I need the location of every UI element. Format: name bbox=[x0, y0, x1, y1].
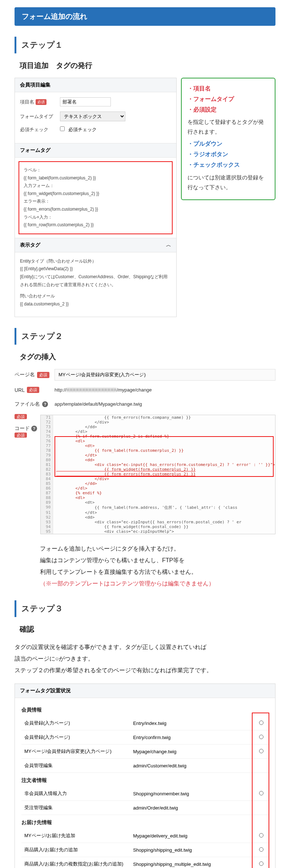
code-line: {{ form_errors(form.customerplus_2) }} bbox=[24, 206, 168, 214]
step3-subtitle: 確認 bbox=[20, 624, 275, 634]
code-line: {{ form_widget(form.customerplus_2) }} bbox=[24, 190, 168, 198]
instruction-item: ・フォームタイプ bbox=[188, 94, 269, 105]
page-name-cell: 商品購入/お届け先の追加 bbox=[21, 843, 130, 857]
path-cell: Mypage/delivery_edit.twig bbox=[130, 829, 254, 843]
code-line: 93 <div class="ec-zipInput{{ has_errors(… bbox=[41, 520, 275, 524]
help-icon[interactable]: ? bbox=[42, 401, 48, 407]
required-checkbox-label: 必須チェック bbox=[68, 127, 97, 132]
item-name-input[interactable] bbox=[60, 97, 111, 106]
code-line: エラー表示： bbox=[24, 198, 168, 206]
file-name-value: app/template/default/Mypage/change.twig bbox=[55, 399, 275, 409]
code-line: 86 </dl> bbox=[41, 486, 275, 491]
table-row: 会員管理編集admin/Customer/edit.twig bbox=[21, 759, 269, 773]
code-line: 入力フォーム： bbox=[24, 182, 168, 190]
path-cell: Mypage/change.twig bbox=[130, 745, 254, 759]
required-badge: 必須 bbox=[27, 387, 39, 393]
code-line: {{ form_row(form.customerplus_2) }} bbox=[24, 221, 168, 229]
page-name-cell: 会員管理編集 bbox=[21, 759, 130, 773]
note-line: 編集はコンテンツ管理からでも構いませんし、FTP等を bbox=[40, 555, 275, 566]
page-name-input[interactable]: MYページ/会員登録内容変更(入力ページ) bbox=[55, 369, 275, 381]
group-title: 注文者情報 bbox=[21, 773, 269, 787]
instruction-note: を指定して登録するとタグが発行されます。 bbox=[188, 117, 269, 137]
path-cell: Entry/confirm.twig bbox=[130, 730, 254, 745]
required-badge: 必須 bbox=[15, 414, 27, 419]
path-cell: Shopping/nonmember.twig bbox=[130, 787, 254, 801]
circle-icon bbox=[259, 749, 263, 753]
table-row: 商品購入/お届け先の追加Shopping/shipping_edit.twig bbox=[21, 843, 269, 857]
status-cell bbox=[254, 857, 269, 868]
table-row: MYページ/お届け先追加Mypage/delivery_edit.twig bbox=[21, 829, 269, 843]
desc-line: ステップ２の作業が希望される全てのページで有効になれば作業完了です。 bbox=[15, 665, 275, 676]
label-url: URL 必須 bbox=[15, 387, 55, 393]
path-cell: Shopping/shipping_multiple_edit.twig bbox=[130, 857, 254, 868]
circle-icon bbox=[259, 721, 263, 725]
required-checkbox[interactable] bbox=[60, 126, 65, 131]
url-value: http://XXXXXXXXXXXXXXXX/mypage/change bbox=[55, 385, 275, 395]
path-cell: admin/Customer/edit.twig bbox=[130, 759, 254, 773]
code-editor[interactable]: 71 {{ form_errors(form.company_name) }}7… bbox=[40, 415, 275, 534]
instruction-box: ・項目名・フォームタイプ・必須設定を指定して登録するとタグが発行されます。・プル… bbox=[181, 78, 275, 200]
note-line: （※一部のテンプレートはコンテンツ管理からは編集できません） bbox=[40, 578, 275, 589]
panel-header: 会員項目編集 bbox=[15, 78, 176, 92]
code-line: 82 {{ form_widget(form.customerplus_2) }… bbox=[41, 467, 275, 472]
instruction-item: ・必須設定 bbox=[188, 105, 269, 115]
form-type-select[interactable]: テキストボックス bbox=[60, 111, 125, 121]
path-cell: Shopping/shipping_edit.twig bbox=[130, 843, 254, 857]
status-cell bbox=[254, 759, 269, 773]
instruction-item: ・ラジオボタン bbox=[188, 149, 269, 160]
table-row: 会員登録(入力ページ)Entry/confirm.twig bbox=[21, 730, 269, 745]
help-icon[interactable]: ? bbox=[31, 426, 37, 431]
code-line: 76 <dl> bbox=[41, 439, 275, 443]
desc-line: タグの設置状況を確認する事ができます。タグが正しく設置されていれば bbox=[15, 641, 275, 653]
code-line: 90 {{ form_label(form.address, '住所', { '… bbox=[41, 505, 275, 510]
label-code: 必須 コード ? 必須 bbox=[15, 413, 40, 438]
table-row: 会員登録(入力ページ)Entry/index.twig bbox=[21, 716, 269, 730]
code-line: 92 <dd> bbox=[41, 515, 275, 520]
label-form-type: フォームタイプ bbox=[20, 113, 60, 120]
status-cell bbox=[254, 801, 269, 815]
desc-line: 該当のページに○がつきます。 bbox=[15, 653, 275, 665]
label-file-name: ファイル名 ? bbox=[15, 401, 55, 407]
page-name-cell: 商品購入/お届け先の複数指定(お届け先の追加) bbox=[21, 857, 130, 868]
circle-icon bbox=[259, 735, 263, 739]
page-name-cell: MYページ/お届け先追加 bbox=[21, 829, 130, 843]
status-table: MYページ/お届け先追加Mypage/delivery_edit.twig商品購… bbox=[21, 829, 269, 868]
status-cell bbox=[254, 745, 269, 759]
required-badge: 必須 bbox=[15, 433, 27, 438]
status-cell bbox=[254, 730, 269, 745]
page-name-cell: 会員登録(入力ページ) bbox=[21, 730, 130, 745]
status-cell bbox=[254, 843, 269, 857]
page-name-cell: 受注管理編集 bbox=[21, 801, 130, 815]
code-line: 77 <dt> bbox=[41, 443, 275, 448]
step3-header: ステップ３ bbox=[15, 600, 275, 617]
form-tag-box: ラベル：{{ form_label(form.customerplus_2) }… bbox=[19, 161, 173, 234]
code-line: 80 <dd> bbox=[41, 458, 275, 462]
code-line: 94 {{ form_widget(form.postal_code) }} bbox=[41, 524, 275, 529]
path-cell: Entry/index.twig bbox=[130, 716, 254, 730]
code-line: ラベル： bbox=[24, 166, 168, 174]
display-tag-header[interactable]: 表示タグ ︿ bbox=[15, 238, 176, 252]
status-cell bbox=[254, 716, 269, 730]
step1-header: ステップ１ bbox=[15, 37, 275, 53]
status-cell bbox=[254, 829, 269, 843]
code-line: 95 <div class="ec-zipInputHelp"> bbox=[41, 529, 275, 534]
page-title: フォーム追加の流れ bbox=[15, 7, 275, 26]
page-name-cell: MYページ/会員登録内容変更(入力ページ) bbox=[21, 745, 130, 759]
step2-header: ステップ２ bbox=[15, 328, 275, 345]
label-required: 必須チェック bbox=[20, 126, 60, 133]
code-line: 79 </dt> bbox=[41, 453, 275, 458]
status-table: 会員登録(入力ページ)Entry/index.twig会員登録(入力ページ)En… bbox=[21, 716, 269, 773]
table-row: 受注管理編集admin/Order/edit.twig bbox=[21, 801, 269, 815]
instruction-item: ・項目名 bbox=[188, 84, 269, 94]
label-page-name: ページ名 必須 bbox=[15, 372, 55, 378]
path-cell: admin/Order/edit.twig bbox=[130, 801, 254, 815]
code-line: 83 {{ form_errors(form.customerplus_2) }… bbox=[41, 472, 275, 476]
panel-header: フォームタグ設置状況 bbox=[15, 684, 275, 698]
code-line: 81 <div class="ec-input{{ has_errors(for… bbox=[41, 462, 275, 467]
code-line: 73 </dd> bbox=[41, 425, 275, 429]
circle-icon bbox=[259, 791, 263, 795]
group-title: お届け先情報 bbox=[21, 815, 269, 829]
table-row: MYページ/会員登録内容変更(入力ページ)Mypage/change.twig bbox=[21, 745, 269, 759]
code-line: 85 </dd> bbox=[41, 481, 275, 486]
step3-description: タグの設置状況を確認する事ができます。タグが正しく設置されていれば該当のページに… bbox=[15, 641, 275, 676]
